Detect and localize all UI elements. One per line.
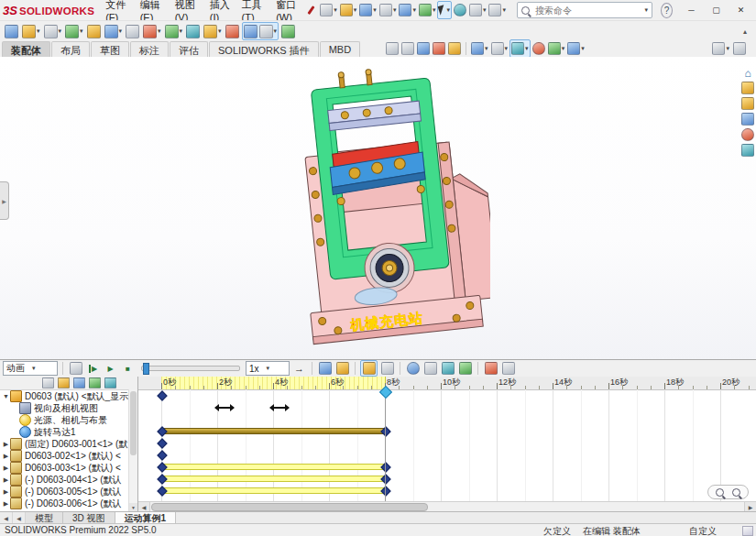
- section-view-icon[interactable]: [432, 40, 446, 57]
- motion-study-properties-icon[interactable]: [500, 361, 516, 376]
- tab-evaluate[interactable]: 评估: [170, 41, 208, 57]
- motion-tree-item[interactable]: 旋转马达1: [0, 426, 137, 438]
- new-file-icon[interactable]: ▾: [319, 2, 338, 18]
- print-icon[interactable]: ▾: [378, 2, 398, 18]
- display-settings-icon[interactable]: ▾: [468, 2, 488, 18]
- apply-scene-icon[interactable]: ▾: [547, 40, 566, 57]
- pane-display-icon[interactable]: ▾: [711, 40, 730, 57]
- view-palette-icon[interactable]: [741, 113, 754, 126]
- design-library-icon[interactable]: [741, 82, 754, 94]
- assembly-model[interactable]: 机械充电站: [275, 69, 490, 348]
- edit-component-icon[interactable]: [4, 23, 19, 39]
- motion-tree-item[interactable]: ▶ (固定) D0603-001<1> (默: [0, 438, 137, 450]
- save-icon[interactable]: ▾: [358, 2, 378, 18]
- key-point[interactable]: [157, 438, 167, 448]
- play-icon[interactable]: ▶: [103, 361, 118, 376]
- dynamic-annotation-icon[interactable]: [447, 40, 462, 57]
- close-button[interactable]: ✕: [729, 1, 753, 19]
- tab-sketch[interactable]: 草图: [91, 41, 129, 57]
- view-orientation-icon[interactable]: ▾: [470, 40, 489, 57]
- view-key-bar[interactable]: [215, 407, 234, 409]
- mate-icon[interactable]: ▾: [43, 23, 63, 39]
- expand-arrow-icon[interactable]: ▶: [2, 500, 10, 508]
- contact-icon[interactable]: [440, 361, 455, 376]
- timeline-rows[interactable]: [138, 389, 756, 509]
- file-explorer-icon[interactable]: [741, 97, 754, 110]
- edrawings-sphere-icon[interactable]: [453, 2, 467, 18]
- autokey-icon[interactable]: [360, 360, 378, 377]
- status-expand-icon[interactable]: [742, 526, 753, 536]
- play-from-start-icon[interactable]: ▶: [85, 361, 101, 376]
- motion-tree-item[interactable]: ▶ D0603-002<1> (默认) <: [0, 450, 137, 462]
- tree-scrollbar[interactable]: ▼: [128, 389, 137, 512]
- save-animation-icon[interactable]: [317, 361, 333, 376]
- reference-geometry-icon[interactable]: ▾: [164, 23, 184, 39]
- home-icon[interactable]: ⌂: [744, 68, 751, 79]
- move-component-icon[interactable]: ▾: [104, 23, 124, 39]
- key-point[interactable]: [157, 450, 167, 460]
- collapse-toolbar-icon[interactable]: ▴: [738, 26, 752, 38]
- gravity-icon[interactable]: [457, 361, 473, 376]
- spring-icon[interactable]: [422, 361, 438, 376]
- motion-tree-item[interactable]: ▶ (-) D0603-005<1> (默认: [0, 486, 137, 498]
- playback-slider[interactable]: [141, 366, 240, 371]
- stop-icon[interactable]: ■: [120, 361, 136, 376]
- assembly-features-icon[interactable]: ▾: [142, 23, 162, 39]
- filter-results-icon[interactable]: [104, 377, 116, 388]
- new-motion-study-icon[interactable]: [185, 23, 201, 39]
- appearance-timeline-bar[interactable]: [161, 476, 385, 482]
- expand-arrow-icon[interactable]: ▶: [2, 488, 10, 496]
- undo-icon[interactable]: ▾: [398, 2, 417, 18]
- scrollbar-thumb[interactable]: [130, 391, 137, 455]
- slider-handle[interactable]: [143, 363, 149, 375]
- fullscreen-icon[interactable]: [732, 40, 747, 57]
- show-hidden-components-icon[interactable]: [125, 23, 140, 39]
- display-style-icon[interactable]: ▾: [490, 40, 509, 57]
- zoom-area-icon[interactable]: [400, 40, 415, 57]
- pin-menu-icon[interactable]: [308, 5, 315, 15]
- expand-arrow-icon[interactable]: ▶: [2, 441, 10, 448]
- motion-tree-item[interactable]: ▶ D0603-003<1> (默认) <: [0, 462, 137, 474]
- magnified-selection-icon[interactable]: ▾: [258, 23, 279, 39]
- expand-arrow-icon[interactable]: ▶: [2, 465, 10, 472]
- zoom-in-icon[interactable]: [716, 488, 724, 497]
- custom-properties-icon[interactable]: [741, 144, 754, 157]
- tab-assembly[interactable]: 装配体: [2, 41, 50, 57]
- command-search[interactable]: ▾: [517, 2, 652, 18]
- feature-tree-flyout-tab[interactable]: ▶: [0, 181, 9, 220]
- exploded-view-icon[interactable]: [225, 23, 240, 39]
- appearance-timeline-bar[interactable]: [161, 487, 385, 494]
- help-button[interactable]: ?: [661, 3, 673, 18]
- tab-markup[interactable]: 标注: [130, 41, 169, 57]
- add-key-icon[interactable]: [379, 361, 395, 376]
- chevron-down-icon[interactable]: ▾: [644, 6, 648, 14]
- motion-tree-item[interactable]: ▶ (-) D0603-004<1> (默认: [0, 474, 137, 486]
- tab-solidworks-addins[interactable]: SOLIDWORKS 插件: [209, 41, 319, 57]
- minimize-button[interactable]: ─: [679, 1, 704, 19]
- filter-all-icon[interactable]: [42, 377, 54, 388]
- zoom-fit-icon[interactable]: [385, 40, 400, 57]
- rebuild-icon[interactable]: ▾: [418, 2, 437, 18]
- expand-arrow-icon[interactable]: ▶: [2, 453, 10, 460]
- key-point[interactable]: [157, 390, 167, 400]
- motion-tree-item[interactable]: ▼ D0603 (默认) <默认_显示状态: [0, 390, 137, 402]
- tab-layout[interactable]: 布局: [51, 41, 90, 57]
- view-settings-icon[interactable]: ▾: [566, 40, 586, 57]
- edit-appearance-icon[interactable]: [531, 40, 546, 57]
- appearances-icon[interactable]: [741, 128, 754, 141]
- open-file-icon[interactable]: ▾: [339, 2, 358, 18]
- instant3d-icon[interactable]: [280, 23, 296, 39]
- expand-arrow-icon[interactable]: ▶: [2, 476, 10, 484]
- linear-pattern-icon[interactable]: ▾: [64, 23, 84, 39]
- animation-wizard-icon[interactable]: [334, 361, 350, 376]
- maximize-button[interactable]: ▢: [704, 1, 729, 19]
- playback-mode-icon[interactable]: →: [291, 361, 307, 376]
- previous-view-icon[interactable]: [416, 40, 431, 57]
- study-type-combo[interactable]: 动画 ▾: [3, 361, 58, 376]
- hide-show-items-icon[interactable]: ▾: [509, 39, 531, 58]
- results-plots-icon[interactable]: [483, 361, 499, 376]
- filter-driving-icon[interactable]: [73, 377, 85, 388]
- motor-timeline-bar[interactable]: [161, 428, 385, 434]
- bill-of-materials-icon[interactable]: ▾: [203, 23, 223, 39]
- motion-tree-item[interactable]: 光源、相机与布景: [0, 414, 137, 426]
